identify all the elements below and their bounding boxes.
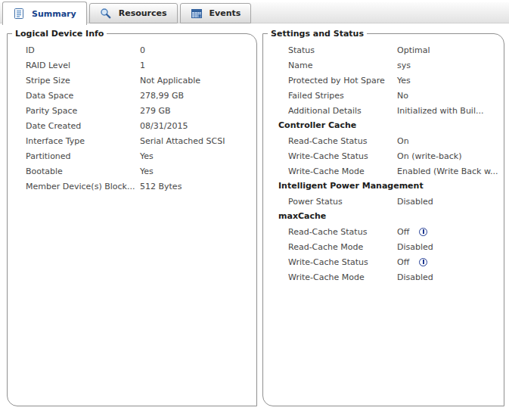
section-header: Controller Cache: [263, 118, 504, 133]
info-value: 512 Bytes: [140, 182, 182, 191]
tab-bar-tabs: SummaryResourcesEvents: [2, 0, 253, 25]
info-value: Disabled: [397, 272, 433, 282]
section-header: maxCache: [263, 209, 504, 224]
info-value: 278,99 GB: [140, 91, 184, 101]
info-row: Write-Cache StatusOff: [263, 254, 504, 269]
info-row: Protected by Hot SpareYes: [263, 73, 504, 88]
info-value: 08/31/2015: [140, 121, 188, 131]
tab-label: Events: [209, 8, 241, 18]
info-row: PartitionedYes: [8, 148, 256, 163]
info-row: StatusOptimal: [263, 42, 504, 58]
info-row: ID0: [8, 42, 256, 58]
info-label: Read-Cache Status: [288, 136, 397, 146]
search-icon: [100, 8, 112, 20]
settings-and-status-panel: Settings and Status StatusOptimalNamesys…: [262, 29, 504, 406]
info-label: Read-Cache Mode: [288, 242, 397, 252]
info-value: Serial Attached SCSI: [140, 136, 225, 146]
info-value: Off: [397, 227, 409, 237]
info-label: Bootable: [26, 166, 140, 176]
calendar-icon: [191, 8, 203, 20]
content-area: Logical Device Info ID0RAID Level1Stripe…: [0, 25, 509, 406]
info-label: Additional Details: [288, 106, 397, 116]
info-value: 279 GB: [140, 106, 171, 116]
info-value: Not Applicable: [140, 76, 200, 86]
info-label: Interface Type: [26, 136, 140, 146]
info-label: Name: [288, 61, 397, 70]
info-label: Failed Stripes: [288, 91, 397, 101]
info-row: Interface TypeSerial Attached SCSI: [8, 133, 256, 148]
info-icon[interactable]: [419, 258, 427, 266]
info-label: Data Space: [26, 91, 140, 101]
info-value: Yes: [140, 151, 154, 161]
info-row: RAID Level1: [8, 58, 256, 73]
tab-label: Resources: [119, 8, 167, 18]
info-row: Stripe SizeNot Applicable: [8, 73, 256, 88]
info-value: Disabled: [397, 197, 433, 207]
panel-title: Settings and Status: [268, 29, 367, 39]
info-row: Member Device(s) Block...512 Bytes: [8, 179, 256, 194]
logical-device-info-rows: ID0RAID Level1Stripe SizeNot ApplicableD…: [8, 39, 256, 194]
info-value: No: [397, 91, 408, 101]
info-value: On: [397, 136, 409, 146]
info-value: Yes: [140, 166, 154, 176]
info-value: 1: [140, 61, 145, 70]
info-label: Partitioned: [26, 151, 140, 161]
info-label: Power Status: [288, 197, 397, 207]
app-window: SummaryResourcesEvents Logical Device In…: [0, 0, 509, 420]
info-row: Write-Cache ModeDisabled: [263, 269, 504, 285]
tab-resources[interactable]: Resources: [89, 3, 178, 23]
info-value: Enabled (Write Back w...: [397, 166, 498, 176]
info-row: Failed StripesNo: [263, 88, 504, 103]
tab-summary[interactable]: Summary: [2, 2, 87, 25]
panel-title: Logical Device Info: [12, 29, 107, 39]
info-label: Member Device(s) Block...: [26, 182, 140, 191]
info-row: Additional DetailsInitialized with Buil.…: [263, 103, 504, 118]
section-header: Intelligent Power Management: [263, 179, 504, 194]
tab-bar: SummaryResourcesEvents: [0, 0, 509, 25]
info-icon[interactable]: [419, 228, 427, 236]
info-row: Data Space278,99 GB: [8, 88, 256, 103]
info-value: Yes: [397, 76, 411, 86]
info-value: Optimal: [397, 45, 430, 55]
info-row: Power StatusDisabled: [263, 194, 504, 209]
info-row: Date Created08/31/2015: [8, 118, 256, 133]
info-label: Read-Cache Status: [288, 227, 397, 237]
info-value: Initialized with Buil...: [397, 106, 483, 116]
info-value: Off: [397, 257, 409, 267]
info-value: sys: [397, 61, 411, 70]
info-value: On (write-back): [397, 151, 461, 161]
info-label: Write-Cache Status: [288, 257, 397, 267]
info-label: Write-Cache Mode: [288, 272, 397, 282]
settings-and-status-rows: StatusOptimalNamesysProtected by Hot Spa…: [263, 39, 504, 285]
info-label: Write-Cache Mode: [288, 166, 397, 176]
info-label: Status: [288, 45, 397, 55]
info-value: 0: [140, 45, 145, 55]
info-row: Read-Cache ModeDisabled: [263, 239, 504, 254]
info-label: ID: [26, 45, 140, 55]
info-label: Protected by Hot Spare: [288, 76, 397, 86]
info-row: Namesys: [263, 58, 504, 73]
info-row: Parity Space279 GB: [8, 103, 256, 118]
info-label: RAID Level: [26, 61, 140, 70]
logical-device-info-panel: Logical Device Info ID0RAID Level1Stripe…: [7, 29, 257, 406]
info-label: Date Created: [26, 121, 140, 131]
info-row: Read-Cache StatusOff: [263, 224, 504, 239]
tab-label: Summary: [32, 9, 76, 19]
info-value: Disabled: [397, 242, 433, 252]
info-label: Write-Cache Status: [288, 151, 397, 161]
tab-events[interactable]: Events: [180, 3, 252, 23]
info-label: Parity Space: [26, 106, 140, 116]
info-row: Read-Cache StatusOn: [263, 133, 504, 148]
info-row: BootableYes: [8, 163, 256, 179]
info-label: Stripe Size: [26, 76, 140, 86]
info-row: Write-Cache ModeEnabled (Write Back w...: [263, 163, 504, 179]
document-icon: [13, 8, 25, 20]
info-row: Write-Cache StatusOn (write-back): [263, 148, 504, 163]
